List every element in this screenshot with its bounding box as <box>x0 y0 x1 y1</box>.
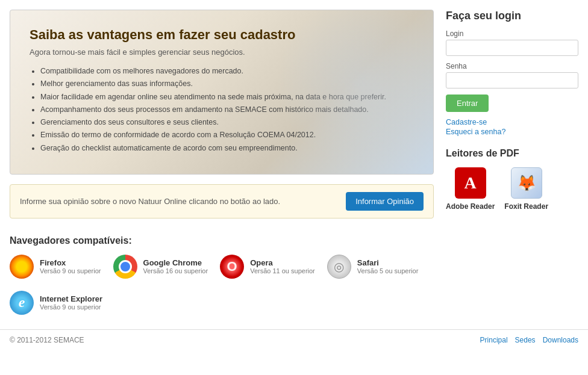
browser-name: Google Chrome <box>143 258 208 267</box>
icon-chrome-icon <box>113 255 137 279</box>
left-panel: Saiba as vantagens em fazer seu cadastro… <box>10 10 446 320</box>
hero-title: Saiba as vantagens em fazer seu cadastro <box>30 27 414 43</box>
browsers-title: Navegadores compatíveis: <box>10 235 434 246</box>
adobe-reader-label: Adobe Reader <box>446 202 495 211</box>
browser-item: OperaVersão 11 ou superior <box>220 255 315 279</box>
login-input[interactable] <box>446 40 578 56</box>
login-links: Cadastre-se Esqueci a senha? <box>446 118 578 136</box>
browsers-list: FirefoxVersão 9 ou superiorGoogle Chrome… <box>10 255 434 315</box>
icon-ie-icon <box>10 291 34 315</box>
foxit-reader-label: Foxit Reader <box>504 202 548 211</box>
informar-opiniao-button[interactable]: Informar Opinião <box>346 192 424 211</box>
right-panel: Faça seu login Login Senha Entrar Cadast… <box>446 10 578 320</box>
senha-input[interactable] <box>446 72 578 88</box>
list-item: Compatibilidade com os melhores navegado… <box>40 65 414 78</box>
footer-sedes-link[interactable]: Sedes <box>515 336 536 344</box>
browser-version: Versão 9 ou superior <box>40 267 101 274</box>
foxit-reader-item: Foxit Reader <box>504 167 548 211</box>
copyright: © 2011-2012 SEMACE <box>10 336 84 344</box>
entrar-button[interactable]: Entrar <box>446 95 489 112</box>
hero-banner: Saiba as vantagens em fazer seu cadastro… <box>10 10 434 175</box>
list-item: Emissão do termo de conformidade de acor… <box>40 129 414 141</box>
list-item: Gerenciamento dos seus consultores e seu… <box>40 116 414 129</box>
browser-item: Internet ExplorerVersão 9 ou superior <box>10 291 102 315</box>
hero-list: Compatibilidade com os melhores navegado… <box>30 65 414 155</box>
esqueci-senha-link[interactable]: Esqueci a senha? <box>446 128 578 136</box>
login-label: Login <box>446 29 578 38</box>
browser-version: Versão 11 ou superior <box>250 267 315 274</box>
browser-info: SafariVersão 5 ou superior <box>357 258 419 274</box>
pdf-title: Leitores de PDF <box>446 148 578 159</box>
browser-name: Safari <box>357 258 419 267</box>
browser-item: SafariVersão 5 ou superior <box>327 255 419 279</box>
browser-name: Internet Explorer <box>40 294 102 303</box>
foxit-reader-icon <box>511 167 542 199</box>
footer-principal-link[interactable]: Principal <box>480 336 508 344</box>
browser-info: Internet ExplorerVersão 9 ou superior <box>40 294 102 311</box>
browser-name: Firefox <box>40 258 101 267</box>
browser-item: Google ChromeVersão 16 ou superior <box>113 255 208 279</box>
cadastre-se-link[interactable]: Cadastre-se <box>446 118 578 126</box>
browser-version: Versão 9 ou superior <box>40 303 102 311</box>
opinion-text: Informe sua opinião sobre o novo Natuur … <box>20 197 280 206</box>
footer-links: Principal Sedes Downloads <box>480 336 578 344</box>
icon-opera-icon <box>220 255 244 279</box>
hero-subtitle: Agora tornou-se mais fácil e simples ger… <box>30 48 414 57</box>
browsers-section: Navegadores compatíveis: FirefoxVersão 9… <box>10 231 434 320</box>
list-item: Melhor gerenciamento das suas informaçõe… <box>40 78 414 90</box>
pdf-readers: Adobe Reader Foxit Reader <box>446 167 578 211</box>
list-item: Geração do checklist automaticamente de … <box>40 142 414 155</box>
list-item: Maior facilidade em agendar online seu a… <box>40 91 414 104</box>
footer-downloads-link[interactable]: Downloads <box>543 336 578 344</box>
browser-info: Google ChromeVersão 16 ou superior <box>143 258 208 274</box>
adobe-reader-item: Adobe Reader <box>446 167 495 211</box>
login-title: Faça seu login <box>446 10 578 22</box>
footer: © 2011-2012 SEMACE Principal Sedes Downl… <box>0 329 588 350</box>
senha-label: Senha <box>446 62 578 70</box>
browser-version: Versão 5 ou superior <box>357 267 419 274</box>
browser-info: FirefoxVersão 9 ou superior <box>40 258 101 274</box>
browser-version: Versão 16 ou superior <box>143 267 208 274</box>
browser-name: Opera <box>250 258 315 267</box>
icon-safari-icon <box>327 255 351 279</box>
adobe-reader-icon <box>455 167 486 199</box>
icon-firefox-icon <box>10 255 34 279</box>
browser-item: FirefoxVersão 9 ou superior <box>10 255 101 279</box>
list-item: Acompanhamento dos seus processos em and… <box>40 104 414 116</box>
browser-info: OperaVersão 11 ou superior <box>250 258 315 274</box>
opinion-bar: Informe sua opinião sobre o novo Natuur … <box>10 184 434 218</box>
